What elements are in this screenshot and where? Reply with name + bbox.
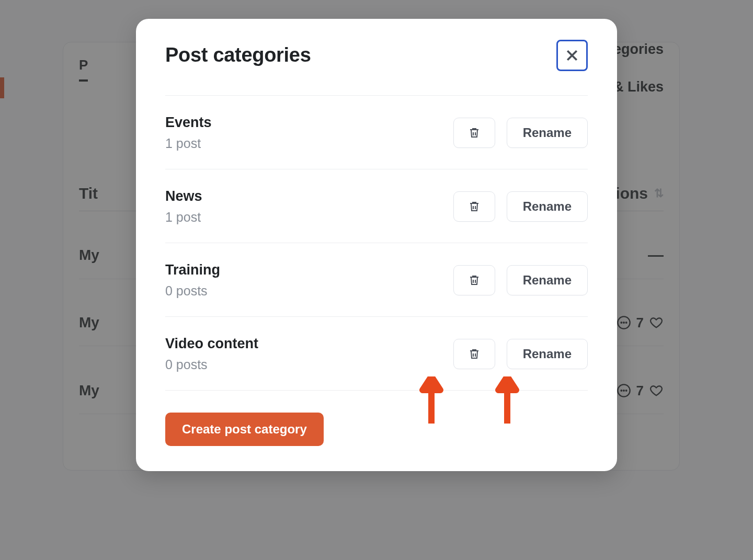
category-count: 1 post — [165, 136, 212, 151]
category-count: 0 posts — [165, 283, 220, 299]
close-icon — [564, 48, 580, 63]
rename-button[interactable]: Rename — [507, 118, 588, 148]
rename-button[interactable]: Rename — [507, 265, 588, 295]
post-categories-modal: Post categories Events 1 post Rename New… — [136, 19, 617, 471]
rename-button[interactable]: Rename — [507, 191, 588, 222]
rename-button[interactable]: Rename — [507, 339, 588, 369]
trash-icon — [468, 200, 481, 213]
modal-header: Post categories — [165, 44, 588, 96]
trash-icon — [468, 127, 481, 139]
delete-button[interactable] — [453, 118, 495, 148]
category-name: Video content — [165, 336, 258, 352]
category-name: Events — [165, 115, 212, 131]
delete-button[interactable] — [453, 191, 495, 222]
category-count: 0 posts — [165, 357, 258, 372]
category-row-news: News 1 post Rename — [165, 169, 588, 243]
modal-overlay[interactable]: Post categories Events 1 post Rename New… — [0, 0, 753, 560]
trash-icon — [468, 348, 481, 360]
create-post-category-button[interactable]: Create post category — [165, 413, 324, 446]
category-name: Training — [165, 262, 220, 278]
category-row-events: Events 1 post Rename — [165, 96, 588, 169]
category-row-video-content: Video content 0 posts Rename — [165, 317, 588, 391]
delete-button[interactable] — [453, 339, 495, 369]
trash-icon — [468, 274, 481, 287]
close-button[interactable] — [556, 40, 588, 71]
category-name: News — [165, 188, 202, 204]
modal-title: Post categories — [165, 44, 311, 66]
category-count: 1 post — [165, 210, 202, 225]
category-row-training: Training 0 posts Rename — [165, 243, 588, 317]
delete-button[interactable] — [453, 265, 495, 295]
